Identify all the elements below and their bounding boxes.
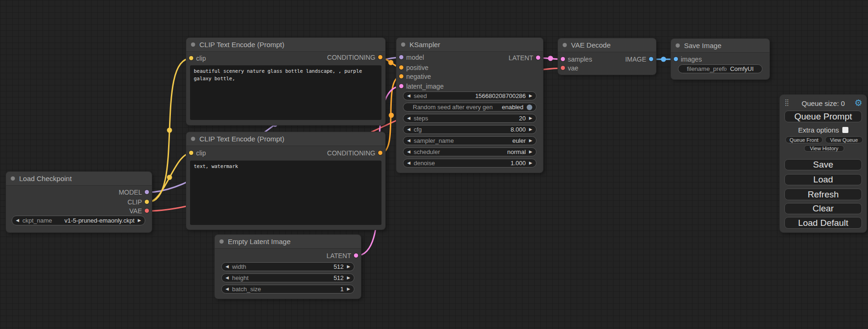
- input-slot-negative: negative: [396, 72, 543, 81]
- node-title-bar[interactable]: Save Image: [671, 39, 769, 53]
- vae-output-dot[interactable]: [145, 209, 149, 213]
- decrement-arrow-icon[interactable]: ◀: [407, 127, 410, 132]
- node-title: KSampler: [409, 41, 440, 49]
- node-vae-decode[interactable]: VAE Decode samples IMAGE vae: [558, 38, 656, 75]
- collapse-dot-icon[interactable]: [11, 176, 15, 181]
- height-widget[interactable]: ◀ height 512 ▶: [221, 273, 354, 282]
- node-load-checkpoint[interactable]: Load Checkpoint MODEL CLIP VAE ◀ ckpt_na…: [6, 172, 152, 232]
- increment-arrow-icon[interactable]: ▶: [529, 139, 532, 143]
- extra-options-row: Extra options: [780, 126, 867, 134]
- output-slot-model: MODEL: [6, 188, 152, 197]
- decrement-arrow-icon[interactable]: ◀: [16, 218, 19, 223]
- image-output-dot[interactable]: [649, 57, 653, 61]
- input-slot-positive: positive: [396, 63, 543, 72]
- link-midpoint-dot: [388, 60, 394, 65]
- increment-arrow-icon[interactable]: ▶: [529, 150, 532, 154]
- conditioning-output-dot[interactable]: [378, 151, 382, 155]
- queue-panel: ⣿ Queue size: 0 ⚙ Queue Prompt Extra opt…: [780, 95, 867, 232]
- clip-output-dot[interactable]: [145, 200, 149, 204]
- node-clip-text-encode-negative[interactable]: CLIP Text Encode (Prompt) clip CONDITION…: [186, 132, 385, 230]
- node-title-bar[interactable]: Empty Latent Image: [215, 235, 361, 249]
- output-slot-conditioning: CONDITIONING: [186, 53, 385, 62]
- collapse-dot-icon[interactable]: [401, 42, 405, 47]
- sampler-name-widget[interactable]: ◀ sampler_name euler ▶: [403, 136, 536, 145]
- decrement-arrow-icon[interactable]: ◀: [407, 150, 410, 154]
- node-empty-latent-image[interactable]: Empty Latent Image LATENT ◀ width 512 ▶ …: [215, 235, 361, 299]
- node-title-bar[interactable]: Load Checkpoint: [6, 172, 152, 186]
- settings-gear-icon[interactable]: ⚙: [854, 98, 862, 108]
- steps-widget[interactable]: ◀ steps 20 ▶: [403, 114, 536, 123]
- model-output-dot[interactable]: [145, 190, 149, 194]
- prompt-textarea[interactable]: beautiful scenery nature glass bottle la…: [190, 65, 381, 120]
- denoise-widget[interactable]: ◀ denoise 1.000 ▶: [403, 159, 536, 168]
- decrement-arrow-icon[interactable]: ◀: [407, 139, 410, 143]
- node-title: VAE Decode: [571, 41, 611, 49]
- node-clip-text-encode-positive[interactable]: CLIP Text Encode (Prompt) clip CONDITION…: [186, 38, 385, 125]
- scheduler-widget[interactable]: ◀ scheduler normal ▶: [403, 147, 536, 156]
- collapse-dot-icon[interactable]: [676, 43, 680, 48]
- decrement-arrow-icon[interactable]: ◀: [407, 116, 410, 120]
- link-midpoint-dot: [167, 128, 172, 133]
- node-save-image[interactable]: Save Image images filename_prefix ComfyU…: [671, 39, 769, 79]
- batch-size-widget[interactable]: ◀ batch_size 1 ▶: [221, 285, 354, 294]
- output-slot-latent: LATENT: [396, 53, 543, 63]
- decrement-arrow-icon[interactable]: ◀: [226, 265, 229, 269]
- positive-input-dot[interactable]: [399, 65, 403, 70]
- seed-widget[interactable]: ◀ seed 156680208700286 ▶: [403, 91, 536, 100]
- clear-button[interactable]: Clear: [784, 203, 862, 214]
- random-seed-toggle-widget[interactable]: Random seed after every gen enabled: [403, 103, 536, 112]
- increment-arrow-icon[interactable]: ▶: [138, 218, 141, 223]
- toggle-dot-icon[interactable]: [527, 105, 532, 110]
- collapse-dot-icon[interactable]: [219, 239, 224, 244]
- queue-prompt-button[interactable]: Queue Prompt: [784, 111, 862, 122]
- conditioning-output-dot[interactable]: [378, 55, 382, 59]
- increment-arrow-icon[interactable]: ▶: [347, 265, 350, 269]
- node-title-bar[interactable]: CLIP Text Encode (Prompt): [186, 132, 385, 146]
- save-button[interactable]: Save: [784, 159, 862, 170]
- node-ksampler[interactable]: KSampler model LATENT positive negative …: [396, 38, 543, 173]
- increment-arrow-icon[interactable]: ▶: [529, 127, 532, 132]
- latent-output-dot[interactable]: [536, 56, 540, 60]
- extra-options-label: Extra options: [798, 126, 839, 134]
- load-button[interactable]: Load: [784, 174, 862, 185]
- increment-arrow-icon[interactable]: ▶: [529, 116, 532, 120]
- view-history-button[interactable]: View History: [804, 145, 844, 152]
- prompt-textarea[interactable]: text, watermark: [190, 161, 381, 225]
- decrement-arrow-icon[interactable]: ◀: [226, 276, 229, 280]
- node-title-bar[interactable]: KSampler: [396, 38, 543, 52]
- increment-arrow-icon[interactable]: ▶: [529, 94, 532, 98]
- refresh-button[interactable]: Refresh: [784, 189, 862, 200]
- decrement-arrow-icon[interactable]: ◀: [407, 94, 410, 98]
- decrement-arrow-icon[interactable]: ◀: [226, 287, 229, 291]
- output-slot-clip: CLIP: [6, 197, 152, 207]
- increment-arrow-icon[interactable]: ▶: [347, 287, 350, 291]
- node-title: Save Image: [684, 42, 721, 49]
- increment-arrow-icon[interactable]: ▶: [529, 161, 532, 165]
- output-slot-vae: VAE: [6, 206, 152, 216]
- images-input-dot[interactable]: [674, 57, 678, 61]
- decrement-arrow-icon[interactable]: ◀: [407, 161, 410, 165]
- collapse-dot-icon[interactable]: [563, 43, 567, 47]
- node-title-bar[interactable]: CLIP Text Encode (Prompt): [186, 38, 385, 52]
- cfg-widget[interactable]: ◀ cfg 8.000 ▶: [403, 125, 536, 134]
- collapse-dot-icon[interactable]: [191, 42, 195, 47]
- latent-image-input-dot[interactable]: [399, 84, 403, 88]
- link-midpoint-dot: [661, 57, 666, 62]
- link-midpoint-dot: [548, 56, 553, 61]
- node-title-bar[interactable]: VAE Decode: [558, 38, 656, 52]
- increment-arrow-icon[interactable]: ▶: [347, 276, 350, 280]
- negative-input-dot[interactable]: [399, 74, 403, 78]
- drag-handle-icon[interactable]: ⣿: [784, 98, 789, 106]
- ckpt-name-widget[interactable]: ◀ ckpt_name v1-5-pruned-emaonly.ckpt ▶: [12, 216, 145, 225]
- output-slot-image: IMAGE: [558, 55, 656, 64]
- width-widget[interactable]: ◀ width 512 ▶: [221, 262, 354, 271]
- vae-input-dot[interactable]: [561, 66, 565, 70]
- queue-front-button[interactable]: Queue Front: [785, 136, 823, 143]
- latent-output-dot[interactable]: [354, 253, 358, 258]
- view-queue-button[interactable]: View Queue: [825, 136, 863, 143]
- collapse-dot-icon[interactable]: [191, 137, 195, 141]
- load-default-button[interactable]: Load Default: [784, 217, 862, 229]
- extra-options-checkbox[interactable]: [842, 127, 848, 133]
- input-slot-images: images: [671, 55, 769, 64]
- filename-prefix-widget[interactable]: filename_prefix ComfyUI: [678, 64, 762, 73]
